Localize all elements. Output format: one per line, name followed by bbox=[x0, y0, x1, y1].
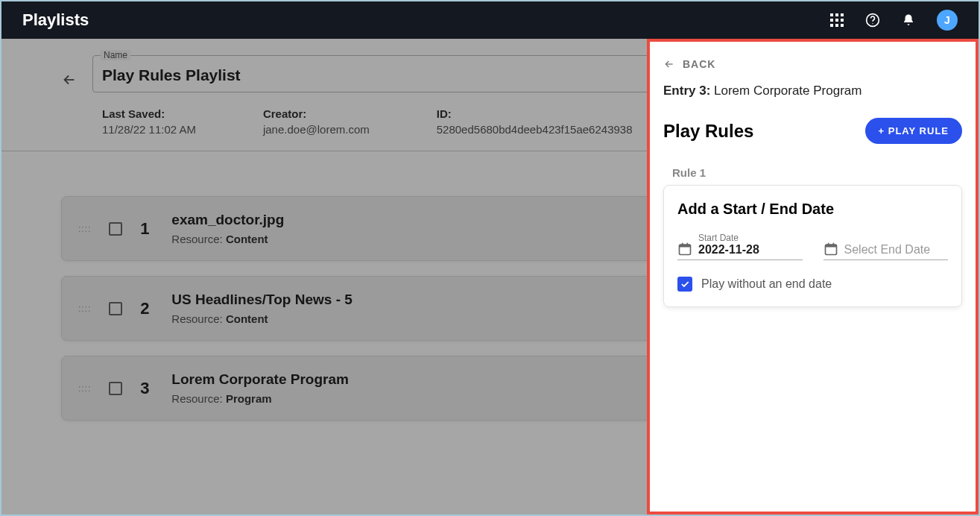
svg-rect-7 bbox=[687, 243, 689, 245]
rule-card: Add a Start / End Date Start Date 2022-1… bbox=[663, 185, 962, 307]
start-date-field[interactable]: Start Date 2022-11-28 bbox=[677, 233, 803, 260]
no-end-date-checkbox[interactable] bbox=[677, 277, 692, 292]
panel-heading: Play Rules bbox=[663, 121, 753, 142]
add-play-rule-button[interactable]: + PLAY RULE bbox=[865, 118, 962, 144]
svg-point-1 bbox=[872, 23, 873, 24]
notifications-icon[interactable] bbox=[901, 13, 916, 28]
rule-card-title: Add a Start / End Date bbox=[677, 201, 948, 218]
panel-entry-label: Entry 3: Lorem Corporate Program bbox=[663, 84, 962, 98]
apps-icon[interactable] bbox=[829, 13, 844, 28]
side-panel: BACK Entry 3: Lorem Corporate Program Pl… bbox=[647, 39, 979, 515]
calendar-icon bbox=[823, 242, 838, 257]
svg-rect-9 bbox=[825, 245, 836, 247]
rule-label: Rule 1 bbox=[672, 166, 962, 179]
svg-rect-11 bbox=[832, 243, 834, 245]
no-end-date-label: Play without an end date bbox=[701, 277, 832, 291]
end-date-placeholder: Select End Date bbox=[844, 243, 949, 257]
start-date-label: Start Date bbox=[698, 233, 803, 243]
calendar-icon bbox=[677, 242, 692, 257]
page-title: Playlists bbox=[22, 10, 89, 30]
svg-rect-6 bbox=[682, 243, 683, 245]
svg-rect-5 bbox=[680, 245, 691, 247]
svg-rect-10 bbox=[827, 243, 829, 245]
start-date-value: 2022-11-28 bbox=[698, 243, 803, 257]
end-date-field[interactable]: Select End Date bbox=[823, 233, 949, 260]
panel-back-button[interactable]: BACK bbox=[663, 58, 962, 70]
avatar[interactable]: J bbox=[937, 10, 958, 31]
panel-back-label: BACK bbox=[683, 58, 715, 70]
help-icon[interactable] bbox=[865, 13, 880, 28]
